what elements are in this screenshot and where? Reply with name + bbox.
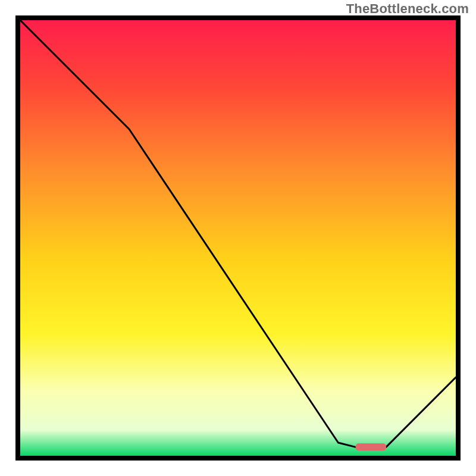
- bottleneck-chart: [0, 0, 476, 476]
- watermark-label: TheBottleneck.com: [346, 1, 469, 17]
- optimal-marker: [356, 443, 386, 450]
